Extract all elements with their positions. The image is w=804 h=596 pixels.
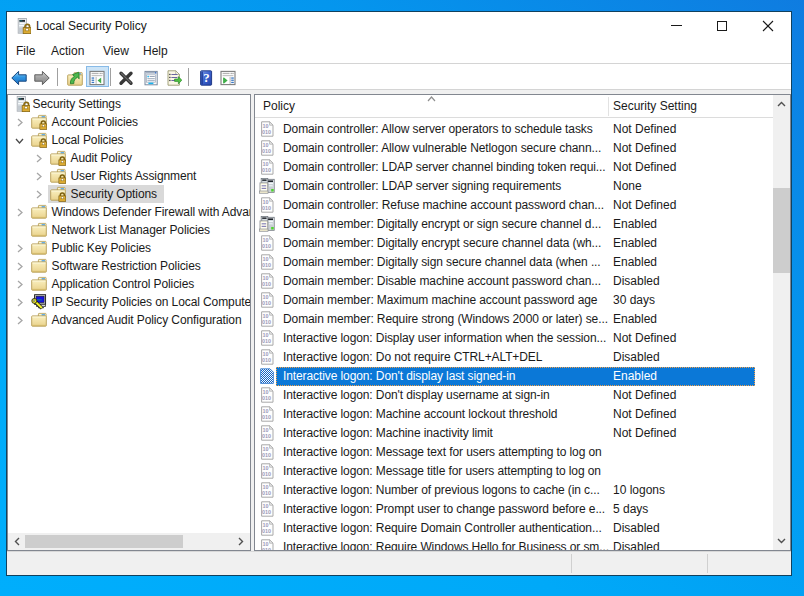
svg-text:?: ? xyxy=(203,70,210,85)
